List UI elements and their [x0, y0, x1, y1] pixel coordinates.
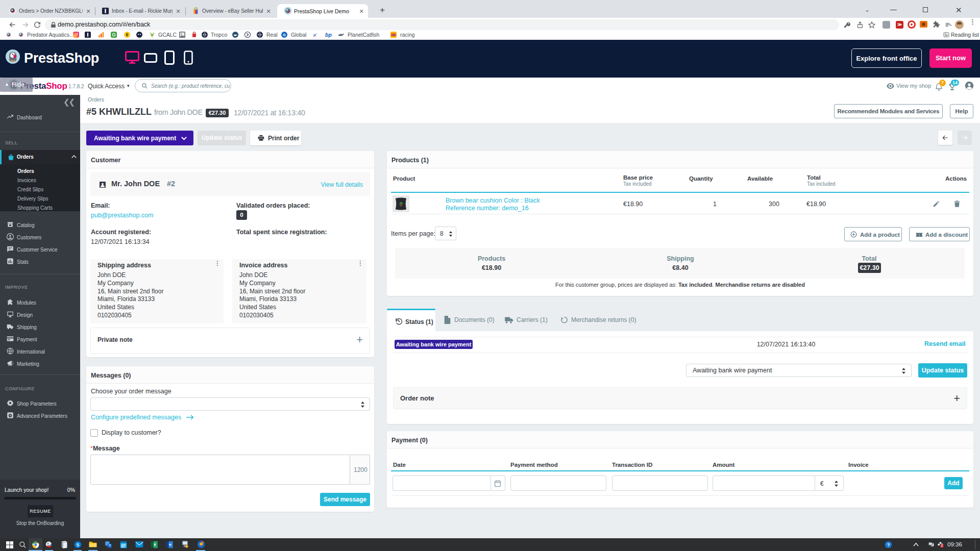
- svg-text:?: ?: [887, 542, 890, 547]
- svg-text:€: €: [126, 33, 129, 37]
- svg-text:S: S: [77, 542, 80, 547]
- svg-text:G: G: [283, 33, 286, 37]
